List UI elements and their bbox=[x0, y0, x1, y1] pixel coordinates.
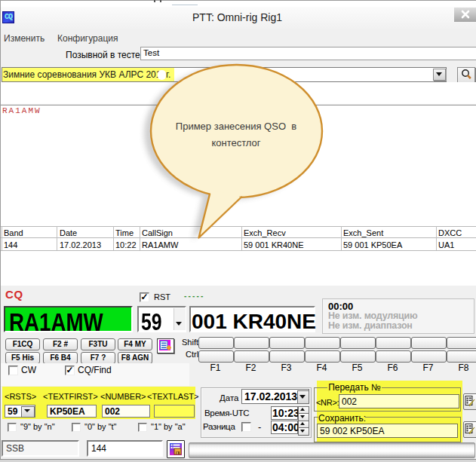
svg-text:контестлог: контестлог bbox=[211, 137, 260, 148]
svg-text:Пример занесения QSO в: Пример занесения QSO в bbox=[176, 121, 296, 132]
